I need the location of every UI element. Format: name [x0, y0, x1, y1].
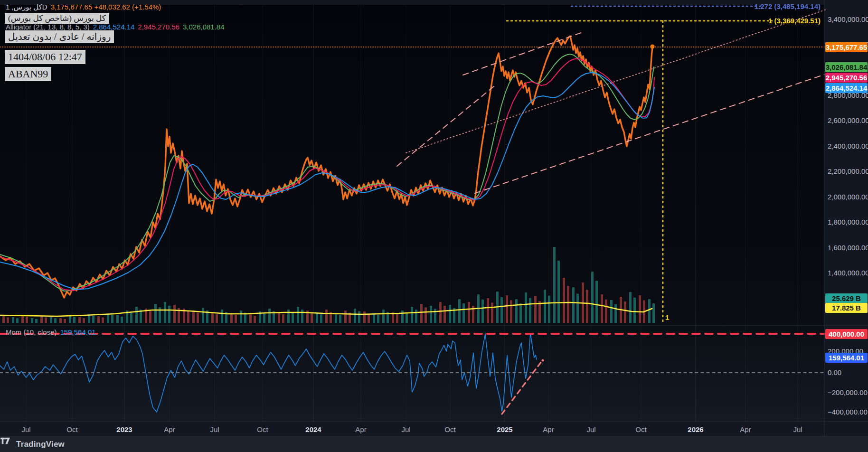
time-axis-label[interactable]: 2024 — [305, 425, 321, 433]
volume-bar — [548, 296, 550, 323]
volume-bar — [481, 300, 484, 323]
volume-bar — [382, 310, 385, 323]
time-axis-label[interactable]: Jul — [21, 425, 30, 433]
volume-bar — [515, 299, 518, 323]
volume-bar — [263, 313, 265, 323]
volume-bar — [525, 292, 527, 323]
volume-bar — [363, 311, 366, 323]
axis-price-badge: 25.629 B — [825, 293, 868, 303]
time-axis-label[interactable]: Apr — [543, 425, 554, 433]
symbol-legend-row[interactable]: کل بورس, 1D 3,175,677.65 +48,032.62 (+1.… — [6, 3, 161, 11]
axis-tick-label: −400,000.00 — [828, 408, 868, 416]
momentum-label[interactable]: Mom (10, close) — [6, 328, 57, 336]
time-axis-label[interactable]: Oct — [635, 425, 646, 433]
note-tag[interactable]: ABAN99 — [5, 67, 51, 81]
axis-tick-label: 2,600,000.00 — [828, 116, 868, 124]
volume-bar — [344, 311, 347, 323]
volume-bar — [462, 303, 465, 323]
time-axis-label[interactable]: Jul — [401, 425, 410, 433]
volume-bar — [164, 302, 166, 323]
volume-bar — [173, 305, 176, 323]
volume-bar — [534, 296, 537, 323]
volume-bar — [92, 316, 94, 323]
volume-bar — [192, 311, 195, 323]
volume-bar — [116, 315, 119, 323]
volume-bar — [500, 297, 503, 323]
volume-bar — [567, 286, 569, 323]
time-axis-label[interactable]: 2026 — [688, 425, 703, 433]
time-axis-label[interactable]: Oct — [444, 425, 455, 433]
axis-price-badge: 3,026,081.84 — [825, 62, 868, 72]
volume-bar — [563, 278, 565, 323]
volume-bar — [510, 300, 512, 323]
volume-bar — [130, 313, 132, 323]
time-axis-label[interactable]: Jul — [793, 425, 802, 433]
volume-bar — [268, 309, 271, 323]
volume-bar — [506, 295, 508, 323]
volume-bar — [487, 298, 489, 323]
time-axis-label[interactable]: Apr — [355, 425, 366, 433]
tradingview-logo[interactable]: TradingView — [16, 440, 65, 449]
axis-tick-label: −200,000.00 — [828, 388, 868, 396]
note-symbol-fullname[interactable]: کل بورس (شاخص کل بورس) — [5, 13, 109, 24]
axis-tick-label: 2,400,000.00 — [828, 142, 868, 150]
volume-bar — [187, 311, 189, 323]
axis-tick-label: 2,000,000.00 — [828, 193, 868, 201]
note-timeframe[interactable]: روزانه / عادی / بدون تعدیل — [5, 30, 114, 43]
volume-bar — [519, 303, 522, 323]
volume-bar — [102, 318, 104, 323]
fib-vline-label[interactable]: 1 — [665, 313, 669, 321]
fib-1-label[interactable]: 1 (3,369,429.51) — [721, 17, 821, 25]
time-axis-label[interactable]: 2023 — [116, 425, 132, 433]
volume-bar — [197, 313, 199, 323]
volume-bar — [595, 281, 598, 323]
note-datetime[interactable]: 1404/08/06 12:47 — [5, 50, 85, 64]
volume-bar — [78, 317, 81, 323]
time-axis-label[interactable]: 2025 — [497, 425, 512, 433]
fib-1272-label[interactable]: 1.272 (3,485,194.14) — [721, 2, 821, 10]
volume-bar — [73, 317, 75, 323]
chart-canvas[interactable] — [0, 0, 868, 452]
alligator-teeth-value: 2,945,270.56 — [138, 23, 179, 31]
volume-bar — [468, 302, 470, 323]
time-axis-label[interactable]: Oct — [257, 425, 268, 433]
volume-bar — [202, 308, 204, 323]
volume-bar — [354, 309, 356, 323]
alligator-label[interactable]: Alligator (21, 13, 8, 8, 5, 3) — [6, 23, 90, 31]
volume-bar — [652, 303, 655, 323]
tradingview-logo-text: TradingView — [16, 440, 65, 449]
volume-bar — [443, 306, 446, 323]
time-axis-label[interactable]: Apr — [164, 425, 175, 433]
volume-bar — [235, 315, 237, 323]
volume-bar — [449, 305, 451, 323]
volume-bar — [529, 298, 531, 323]
volume-bar — [221, 310, 223, 323]
volume-bar — [335, 313, 337, 323]
volume-bar — [576, 294, 579, 323]
time-axis-label[interactable]: Oct — [66, 425, 77, 433]
time-axis-label[interactable]: Apr — [740, 425, 751, 433]
volume-bar — [458, 299, 461, 323]
volume-bar — [121, 317, 123, 323]
volume-bar — [254, 316, 256, 323]
volume-bar — [111, 315, 113, 323]
volume-bar — [297, 307, 299, 323]
tradingview-chart-window: کل بورس, 1D 3,175,677.65 +48,032.62 (+1.… — [0, 0, 868, 452]
volume-bar — [439, 302, 442, 323]
symbol-price-values: 3,175,677.65 +48,032.62 (+1.54%) — [51, 3, 161, 11]
volume-bar — [614, 304, 617, 323]
volume-bar — [557, 261, 560, 323]
volume-bar — [278, 312, 280, 323]
symbol-name[interactable]: کل بورس, 1D — [6, 3, 47, 11]
time-axis-label[interactable]: Jul — [586, 425, 595, 433]
time-axis-label[interactable]: Jul — [210, 425, 219, 433]
volume-bar — [107, 313, 109, 323]
volume-bar — [415, 310, 417, 323]
momentum-legend-row[interactable]: Mom (10, close) 159,564.01 — [6, 328, 96, 336]
volume-bar — [97, 316, 100, 323]
volume-bar — [168, 306, 170, 323]
axis-tick-label: 0.00 — [828, 368, 868, 377]
axis-price-badge: 17.825 B — [825, 303, 868, 313]
mom-trendline-dot — [542, 359, 544, 362]
alligator-legend-row[interactable]: Alligator (21, 13, 8, 8, 5, 3) 2,864,524… — [6, 23, 225, 31]
